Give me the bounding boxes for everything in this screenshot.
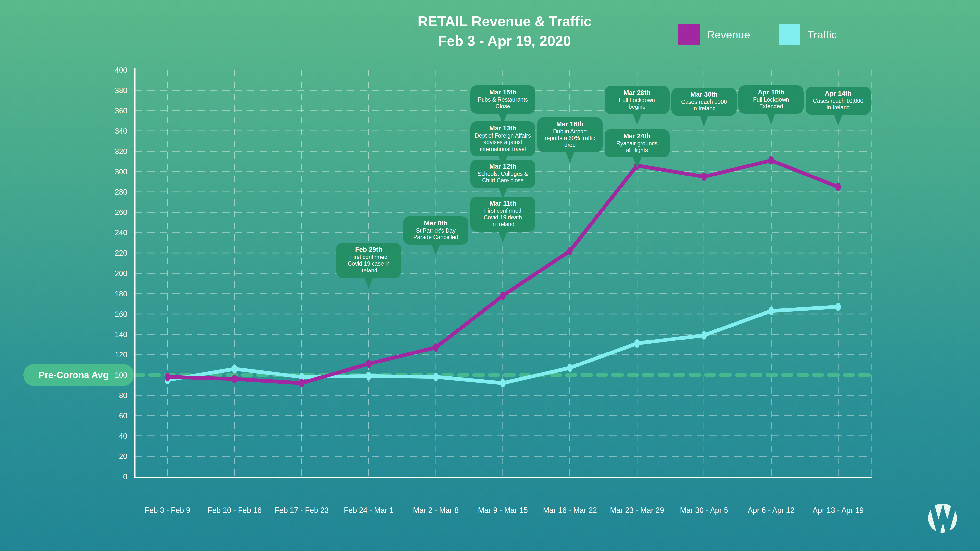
event-text-line: Schools, Colleges &: [472, 171, 533, 178]
event-callouts: Feb 29thFirst confirmedCovid-19 case inI…: [0, 0, 980, 551]
event-text-line: in Ireland: [673, 105, 735, 112]
infographic: RETAIL Revenue & Traffic Feb 3 - Apr 19,…: [0, 0, 980, 551]
event-text-line: begins: [606, 103, 668, 110]
event-text-line: Dept of Foreign Affairs: [472, 132, 533, 139]
event-text-line: Full Lockdown: [740, 97, 802, 103]
event-text-line: St Patrick's Day: [405, 227, 466, 234]
event-callout: Mar 24thRyanair groundsall flights: [605, 129, 670, 157]
event-text-line: Full Lockdown: [606, 97, 668, 104]
event-date: Mar 16th: [539, 121, 601, 128]
event-callout: Mar 15thPubs & RestaurantsClose: [470, 86, 535, 114]
event-date: Apr 10th: [740, 89, 802, 97]
event-date: Apr 14th: [808, 90, 869, 98]
event-text-line: First confirmed: [472, 208, 533, 214]
event-callout: Mar 8thSt Patrick's DayParade Cancelled: [403, 216, 468, 245]
event-text-line: in Ireland: [808, 104, 869, 111]
event-date: Mar 28th: [606, 89, 668, 97]
event-callout: Apr 14thCases reach 10,000in Ireland: [806, 87, 871, 115]
event-date: Mar 11th: [472, 200, 533, 208]
event-date: Mar 30th: [673, 91, 735, 98]
event-date: Mar 15th: [472, 89, 533, 97]
event-callout: Mar 30thCases reach 1000in Ireland: [671, 87, 737, 116]
event-callout: Mar 12thSchools, Colleges &Child-Care cl…: [470, 160, 535, 188]
event-text-line: Ireland: [338, 267, 399, 274]
event-date: Mar 24th: [606, 132, 668, 140]
event-callout: Feb 29thFirst confirmedCovid-19 case inI…: [336, 243, 401, 278]
event-text-line: Ryanair grounds: [606, 140, 668, 147]
event-text-line: Cases reach 1000: [673, 98, 735, 105]
event-date: Feb 29th: [338, 246, 399, 254]
event-text-line: Covid-19 case in: [338, 260, 399, 267]
event-callout: Mar 13thDept of Foreign Affairsadvises a…: [470, 121, 535, 156]
event-callout: Mar 16thDublin Airportreports a 60% traf…: [538, 117, 603, 152]
event-callout: Mar 11thFirst confirmedCovid-19 deathin …: [470, 197, 535, 232]
event-text-line: Covid-19 death: [472, 214, 533, 221]
event-text-line: all flights: [606, 147, 668, 154]
event-text-line: in Ireland: [472, 221, 533, 228]
event-text-line: international travel: [472, 146, 533, 153]
event-text-line: reports a 60% traffic: [539, 135, 601, 142]
event-text-line: Child-Care close: [472, 177, 533, 184]
event-text-line: advises against: [472, 139, 533, 146]
event-date: Mar 8th: [405, 219, 466, 227]
event-text-line: Parade Cancelled: [405, 234, 466, 241]
event-date: Mar 13th: [472, 125, 533, 132]
event-text-line: Pubs & Restaurants: [472, 97, 533, 103]
event-callout: Mar 28thFull Lockdownbegins: [605, 86, 670, 114]
event-text-line: Dublin Airport: [539, 128, 601, 135]
event-text-line: Cases reach 10,000: [808, 98, 869, 105]
event-text-line: drop: [539, 142, 601, 149]
event-text-line: First confirmed: [338, 254, 399, 261]
event-callout: Apr 10thFull LockdownExtended: [738, 86, 803, 114]
event-date: Mar 12th: [472, 163, 533, 171]
event-text-line: Extended: [740, 103, 802, 110]
event-text-line: Close: [472, 103, 533, 110]
